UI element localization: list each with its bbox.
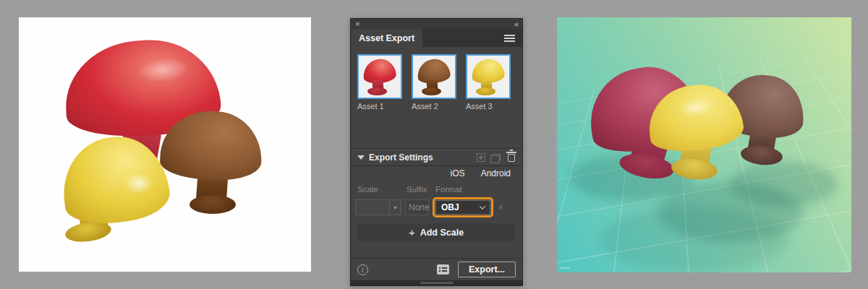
tab-asset-export[interactable]: Asset Export xyxy=(351,29,422,47)
tab-ios[interactable]: iOS xyxy=(451,168,465,178)
plus-icon: + xyxy=(409,227,415,238)
panel-menu-button[interactable] xyxy=(497,29,522,47)
info-icon[interactable]: i xyxy=(357,264,368,275)
artboard-canvas xyxy=(19,17,311,272)
asset-thumbnail-1-mushroom xyxy=(359,56,401,98)
ground-shadow-right xyxy=(729,162,838,207)
tab-android[interactable]: Android xyxy=(481,168,511,178)
add-scale-button[interactable]: + Add Scale xyxy=(357,223,515,241)
asset-item-3: Asset 3 xyxy=(466,54,514,148)
asset-thumbnail-2[interactable] xyxy=(412,54,456,99)
asset-thumbnail-1[interactable] xyxy=(357,54,402,99)
column-suffix-label: Suffix xyxy=(407,185,435,194)
scale-row: ▼ None OBJ × xyxy=(351,197,522,217)
panel-titlebar: × « xyxy=(351,19,522,29)
asset-label-2: Asset 2 xyxy=(412,102,459,111)
panel-tabbar: Asset Export xyxy=(351,29,522,47)
mushroom-brown-ring xyxy=(190,195,236,214)
resize-grip xyxy=(420,282,454,284)
export-settings-list-icon[interactable] xyxy=(437,264,449,275)
format-annotation-highlight: OBJ xyxy=(433,197,493,217)
disclosure-triangle-icon xyxy=(357,155,365,160)
collapse-panel-icon[interactable]: « xyxy=(514,20,518,28)
panel-footer: i Export... xyxy=(351,258,522,280)
scale-select-value xyxy=(355,199,389,215)
panel-spacer xyxy=(351,241,522,258)
add-box-icon[interactable] xyxy=(477,153,485,162)
hamburger-menu-icon xyxy=(504,35,515,36)
screenshot-stage: × « Asset Export Asset 1 xyxy=(0,0,868,289)
suffix-field[interactable]: None xyxy=(405,199,429,215)
asset-thumbnail-3[interactable] xyxy=(466,54,511,99)
column-scale-label: Scale xyxy=(357,185,407,194)
close-icon[interactable]: × xyxy=(355,20,359,28)
mushroom-yellow-highlight xyxy=(119,169,159,198)
remove-scale-icon[interactable]: × xyxy=(498,202,503,212)
asset-item-2: Asset 2 xyxy=(412,54,459,148)
asset-list: Asset 1 Asset 2 Asset 3 xyxy=(351,47,522,148)
render-3d-viewport xyxy=(557,17,851,272)
asset-item-1: Asset 1 xyxy=(357,54,405,148)
asset-export-panel: × « Asset Export Asset 1 xyxy=(350,18,523,286)
panel-resize-strip[interactable] xyxy=(351,280,522,285)
asset-label-3: Asset 3 xyxy=(466,102,514,111)
duplicate-icon[interactable] xyxy=(493,154,501,160)
export-button[interactable]: Export... xyxy=(458,262,516,277)
export-settings-title: Export Settings xyxy=(369,152,433,163)
column-headers: Scale Suffix Format xyxy=(351,185,522,194)
tab-asset-export-label: Asset Export xyxy=(359,33,414,43)
format-dropdown-value: OBJ xyxy=(441,202,459,212)
export-settings-tools xyxy=(477,152,515,162)
format-dropdown[interactable]: OBJ xyxy=(435,200,490,215)
export-settings-header[interactable]: Export Settings xyxy=(351,149,522,165)
asset-label-1: Asset 1 xyxy=(357,102,405,111)
trash-icon[interactable] xyxy=(508,154,515,162)
scale-dropdown-arrow-icon[interactable]: ▼ xyxy=(389,199,401,215)
asset-thumbnail-3-mushroom xyxy=(467,56,509,98)
column-format-label: Format xyxy=(435,185,461,194)
chevron-down-icon xyxy=(480,203,485,209)
add-scale-label: Add Scale xyxy=(420,228,464,238)
platform-tabs: iOS Android xyxy=(351,165,522,181)
scale-select[interactable]: ▼ xyxy=(355,199,401,215)
asset-thumbnail-2-mushroom xyxy=(413,56,455,98)
